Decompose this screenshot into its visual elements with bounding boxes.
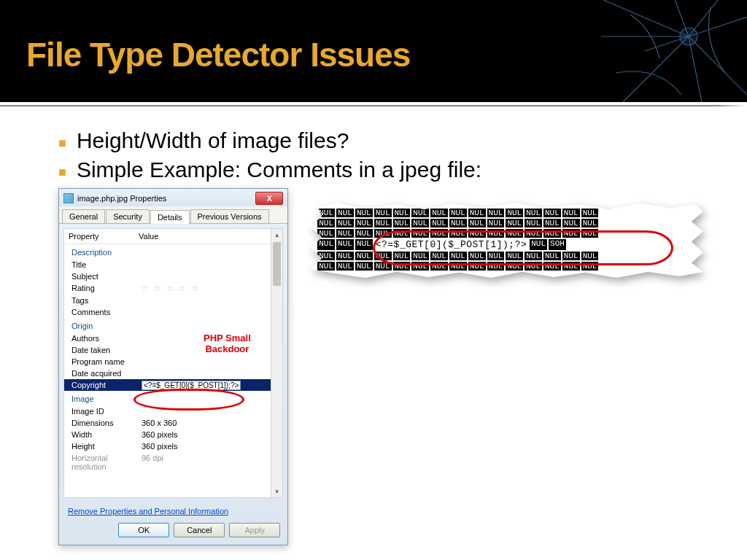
properties-list: Property Value Description Title Subject… <box>63 228 283 498</box>
nul-token: NUL <box>317 252 335 260</box>
prop-row[interactable]: Tags <box>64 295 282 306</box>
nul-token: NUL <box>355 209 373 217</box>
remove-properties-link[interactable]: Remove Properties and Personal Informati… <box>59 502 287 518</box>
annotation-circle-hex <box>373 230 673 265</box>
nul-token: NUL <box>411 219 429 228</box>
scroll-thumb[interactable] <box>273 242 281 286</box>
file-icon <box>63 193 74 203</box>
prop-row[interactable]: Height360 pixels <box>64 440 282 452</box>
prop-row[interactable]: Dimensions360 x 360 <box>64 417 282 429</box>
bullet-item: ■ Simple Example: Comments in a jpeg fil… <box>58 158 703 182</box>
nul-token: NUL <box>581 209 599 217</box>
nul-token: NUL <box>581 219 599 228</box>
nul-token: NUL <box>317 262 335 271</box>
nul-token: NUL <box>449 209 467 217</box>
nul-token: NUL <box>525 219 542 228</box>
prop-row[interactable]: Title <box>64 259 282 271</box>
tab-strip: General Security Details Previous Versio… <box>59 206 287 224</box>
nul-token: NUL <box>336 239 354 250</box>
nul-token: NUL <box>411 209 429 217</box>
bullet-icon: ■ <box>58 136 66 151</box>
ok-button[interactable]: OK <box>118 523 169 537</box>
close-button[interactable]: X <box>255 192 283 205</box>
nul-token: NUL <box>355 219 373 228</box>
nul-token: NUL <box>506 209 523 217</box>
nul-token: NUL <box>393 209 411 217</box>
nul-token: NUL <box>525 209 542 217</box>
bullet-item: ■ Height/Width of image files? <box>58 128 703 153</box>
annotation-php-backdoor: PHP Small Backdoor <box>204 333 251 355</box>
nul-token: NUL <box>543 209 561 217</box>
nul-token: NUL <box>562 209 580 217</box>
crack-graphic <box>557 0 747 102</box>
prop-row[interactable]: Rating☆ ☆ ☆ ☆ ☆ <box>64 282 282 295</box>
section-description: Description <box>64 244 282 259</box>
col-value: Value <box>139 232 278 241</box>
close-icon: X <box>267 195 272 203</box>
slide-content: ■ Height/Width of image files? ■ Simple … <box>0 106 747 545</box>
nul-token: NUL <box>487 219 505 228</box>
window-title: image.php.jpg Properties <box>77 194 166 203</box>
nul-token: NUL <box>393 219 411 228</box>
apply-button[interactable]: Apply <box>229 523 280 537</box>
nul-token: NUL <box>374 219 392 228</box>
nul-token: NUL <box>487 209 505 217</box>
nul-token: NUL <box>543 219 561 228</box>
nul-token: NUL <box>317 239 335 250</box>
prop-row[interactable]: Comments <box>64 306 282 318</box>
section-origin: Origin <box>64 318 282 332</box>
hex-line: NULNULNULNULNULNULNULNULNULNULNULNULNULN… <box>317 219 696 228</box>
scroll-up-icon[interactable]: ▲ <box>271 229 282 241</box>
titlebar: image.php.jpg Properties X <box>59 189 287 206</box>
col-property: Property <box>69 232 139 241</box>
dialog-buttons: OK Cancel Apply <box>59 518 287 545</box>
bullet-text: Height/Width of image files? <box>77 128 349 153</box>
tab-security[interactable]: Security <box>106 209 150 223</box>
column-headers: Property Value <box>64 229 282 244</box>
nul-token: NUL <box>355 262 373 271</box>
nul-token: NUL <box>355 239 373 250</box>
nul-token: NUL <box>336 262 354 271</box>
nul-token: NUL <box>336 252 354 260</box>
nul-token: NUL <box>430 209 448 217</box>
nul-token: NUL <box>336 209 354 217</box>
nul-token: NUL <box>355 252 373 260</box>
prop-row[interactable]: Horizontal resolution96 dpi <box>64 452 282 472</box>
nul-token: NUL <box>336 219 354 228</box>
prop-row[interactable]: Date acquired <box>64 368 282 379</box>
slide-header: File Type Detector Issues <box>0 0 747 102</box>
prop-row[interactable]: Width360 pixels <box>64 429 282 440</box>
bullet-icon: ■ <box>58 165 66 180</box>
scroll-down-icon[interactable]: ▼ <box>271 486 282 497</box>
nul-token: NUL <box>468 219 486 228</box>
tab-details[interactable]: Details <box>150 210 190 224</box>
nul-token: NUL <box>355 229 373 238</box>
scrollbar[interactable]: ▲ ▼ <box>271 229 282 497</box>
nul-token: NUL <box>317 219 335 228</box>
nul-token: NUL <box>562 219 580 228</box>
tab-general[interactable]: General <box>62 209 105 223</box>
hex-line: NULNULNULNULNULNULNULNULNULNULNULNULNULN… <box>317 209 696 217</box>
nul-token: NUL <box>430 219 448 228</box>
nul-token: NUL <box>506 219 523 228</box>
nul-token: NUL <box>317 209 335 217</box>
bullet-text: Simple Example: Comments in a jpeg file: <box>77 158 481 182</box>
prop-row[interactable]: Subject <box>64 271 282 282</box>
nul-token: NUL <box>468 209 486 217</box>
cancel-button[interactable]: Cancel <box>174 523 225 537</box>
nul-token: NUL <box>374 209 392 217</box>
prop-row[interactable]: Program name <box>64 356 282 368</box>
properties-dialog: image.php.jpg Properties X General Secur… <box>58 188 288 545</box>
nul-token: NUL <box>317 229 335 238</box>
nul-token: NUL <box>336 229 354 238</box>
tab-previous-versions[interactable]: Previous Versions <box>190 209 269 223</box>
hex-dump-figure: NULNULNULNULNULNULNULNULNULNULNULNULNULN… <box>310 203 703 278</box>
nul-token: NUL <box>449 219 467 228</box>
rating-stars[interactable]: ☆ ☆ ☆ ☆ ☆ <box>142 284 282 293</box>
annotation-circle <box>133 389 244 411</box>
